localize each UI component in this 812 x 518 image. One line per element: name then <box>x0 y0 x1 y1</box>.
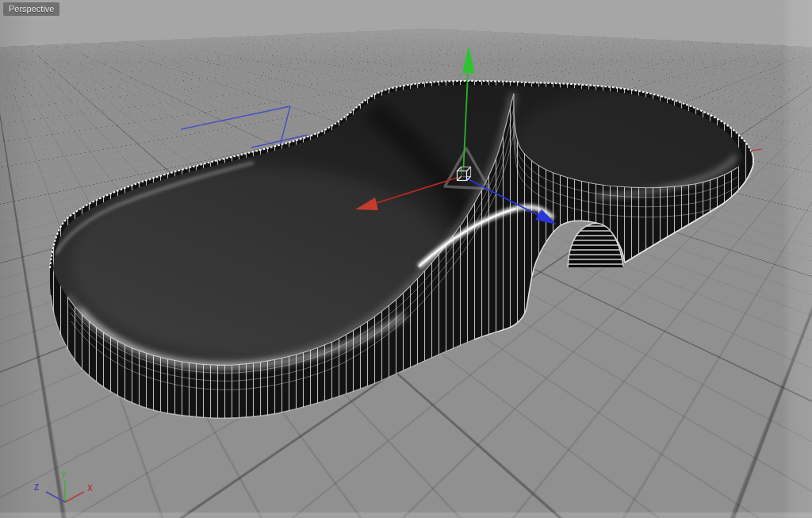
rectangle-spline[interactable] <box>181 106 308 148</box>
3d-viewport[interactable]: Y X Z Perspective <box>0 0 812 518</box>
mini-axis-x-label: X <box>87 484 93 493</box>
mini-axis-indicator: Y X Z <box>34 471 93 502</box>
gizmo-center-cube[interactable] <box>458 167 471 181</box>
mini-axis-y-label: Y <box>61 471 67 480</box>
viewport-label[interactable]: Perspective <box>3 2 59 16</box>
mini-axis-z-label: Z <box>34 483 39 492</box>
y-arrowhead[interactable] <box>462 46 475 73</box>
world-x-axis-line <box>751 149 762 151</box>
scene-overlay: Y X Z <box>0 0 812 518</box>
extruded-object[interactable] <box>50 81 754 418</box>
